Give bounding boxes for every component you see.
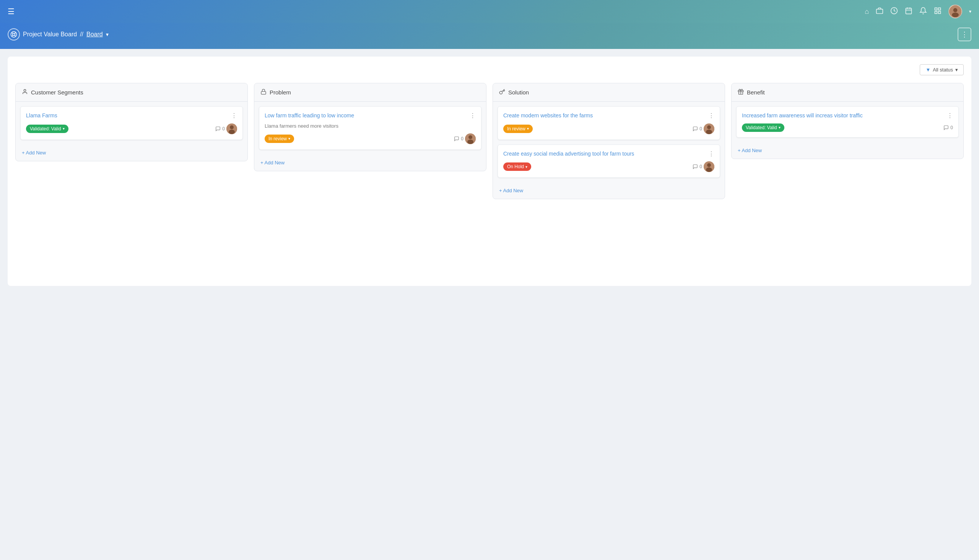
card-llama-farms-footer: Validated: Valid ▾ 0 (26, 123, 237, 134)
card-social-media-tool-header: Create easy social media advertising too… (503, 150, 714, 158)
column-title-benefit: Benefit (747, 89, 765, 95)
badge-on-hold[interactable]: On Hold ▾ (503, 162, 531, 171)
separator: // (80, 31, 83, 38)
home-icon[interactable]: ⌂ (865, 8, 869, 16)
badge-text: In review (269, 136, 287, 142)
project-title: Project Value Board (23, 31, 77, 38)
card-social-media-tool-footer: On Hold ▾ 0 (503, 161, 714, 172)
svg-point-12 (952, 13, 959, 17)
header-more-menu[interactable]: ⋮ (957, 28, 971, 41)
card-modern-websites-header: Create modern websites for the farms ⋮ (503, 112, 714, 120)
card-modern-websites-avatar (704, 123, 714, 134)
comment-icon (215, 126, 221, 132)
column-problem: Problem Low farm traffic leading to low … (254, 83, 487, 171)
briefcase-icon[interactable] (876, 7, 883, 17)
bell-icon[interactable] (919, 7, 927, 17)
svg-point-32 (706, 167, 712, 172)
badge-text: In review (507, 126, 525, 132)
card-llama-farms-menu[interactable]: ⋮ (228, 112, 237, 119)
card-modern-websites-meta: 0 (692, 123, 714, 134)
main-content: ▼ All status ▾ Customer Segments (0, 49, 979, 560)
badge-validated-valid-benefit[interactable]: Validated: Valid ▾ (742, 123, 784, 132)
filter-caret: ▾ (955, 67, 958, 73)
svg-rect-2 (906, 8, 912, 14)
grid-icon[interactable] (934, 7, 942, 17)
svg-rect-7 (939, 8, 941, 10)
breadcrumb: Project Value Board // Board ▾ (8, 28, 108, 40)
lock-icon (260, 89, 267, 96)
card-increased-awareness-meta: 0 (944, 125, 953, 130)
person-icon (22, 89, 28, 96)
card-low-farm-traffic-subtitle: Llama farmers need more visitors (265, 123, 476, 130)
card-low-farm-traffic: Low farm traffic leading to low income ⋮… (259, 106, 482, 150)
comment-icon (454, 136, 459, 142)
card-llama-farms-avatar (227, 123, 237, 134)
column-header-customer-segments: Customer Segments (16, 83, 247, 102)
card-increased-awareness: Increased farm awareness will increas vi… (736, 106, 959, 138)
filter-button[interactable]: ▼ All status ▾ (920, 64, 964, 75)
badge-text: Validated: Valid (30, 126, 61, 132)
column-solution: Solution Create modern websites for the … (492, 83, 725, 199)
filter-icon: ▼ (926, 67, 931, 73)
badge-caret: ▾ (289, 137, 290, 141)
badge-validated-valid[interactable]: Validated: Valid ▾ (26, 125, 68, 133)
badge-in-review-problem[interactable]: In review ▾ (265, 135, 294, 143)
comment-count: 0 (950, 125, 953, 130)
board-caret[interactable]: ▾ (106, 31, 108, 37)
card-low-farm-traffic-title[interactable]: Low farm traffic leading to low income (265, 112, 467, 120)
comment-count: 0 (699, 164, 702, 169)
svg-line-15 (12, 32, 13, 33)
svg-line-17 (15, 32, 16, 33)
badge-caret: ▾ (525, 165, 527, 169)
column-title-customer-segments: Customer Segments (31, 89, 83, 95)
key-icon (499, 89, 505, 96)
card-social-media-tool-avatar (704, 161, 714, 172)
avatar[interactable] (948, 5, 962, 18)
svg-point-22 (228, 130, 235, 134)
add-new-problem[interactable]: + Add New (254, 155, 486, 171)
subheader: Project Value Board // Board ▾ ⋮ (0, 23, 979, 49)
card-modern-websites-footer: In review ▾ 0 (503, 123, 714, 134)
card-modern-websites-menu[interactable]: ⋮ (705, 112, 714, 119)
card-llama-farms-title[interactable]: Llama Farms (26, 112, 228, 120)
card-low-farm-traffic-avatar (465, 133, 476, 144)
card-social-media-tool-menu[interactable]: ⋮ (705, 150, 714, 157)
comment-count: 0 (699, 126, 702, 132)
avatar-caret[interactable]: ▾ (969, 9, 971, 14)
card-increased-awareness-footer: Validated: Valid ▾ 0 (742, 123, 953, 132)
board-link[interactable]: Board (87, 31, 103, 38)
svg-point-19 (24, 90, 26, 92)
column-header-benefit: Benefit (732, 83, 963, 102)
card-llama-farms-header: Llama Farms ⋮ (26, 112, 237, 120)
filter-bar: ▼ All status ▾ (15, 64, 964, 75)
badge-text: On Hold (507, 164, 524, 169)
comment-icon (692, 164, 698, 169)
column-customer-segments: Customer Segments Llama Farms ⋮ Validate… (15, 83, 248, 161)
hamburger-icon[interactable]: ☰ (8, 7, 15, 16)
add-new-customer-segments[interactable]: + Add New (16, 145, 247, 161)
comment-count: 0 (461, 136, 464, 142)
calendar-icon[interactable] (905, 7, 912, 17)
svg-point-26 (467, 140, 474, 144)
clock-icon[interactable] (890, 7, 898, 17)
gift-icon (738, 89, 744, 96)
svg-point-14 (13, 33, 15, 35)
header-right: ⌂ (865, 5, 971, 18)
card-low-farm-traffic-meta: 0 (454, 133, 476, 144)
badge-caret: ▾ (63, 127, 65, 131)
logo-icon (8, 28, 20, 40)
svg-rect-6 (935, 8, 937, 10)
badge-text: Validated: Valid (746, 125, 777, 130)
card-llama-farms: Llama Farms ⋮ Validated: Valid ▾ 0 (20, 106, 243, 140)
card-increased-awareness-menu[interactable]: ⋮ (944, 112, 953, 119)
add-new-solution[interactable]: + Add New (493, 182, 725, 199)
svg-rect-0 (877, 9, 883, 13)
add-new-benefit[interactable]: + Add New (732, 142, 963, 158)
column-header-problem: Problem (254, 83, 486, 102)
svg-line-18 (12, 35, 13, 36)
card-increased-awareness-title[interactable]: Increased farm awareness will increas vi… (742, 112, 944, 120)
card-social-media-tool-title[interactable]: Create easy social media advertising too… (503, 150, 705, 158)
badge-in-review-solution1[interactable]: In review ▾ (503, 125, 533, 133)
card-modern-websites-title[interactable]: Create modern websites for the farms (503, 112, 705, 120)
card-low-farm-traffic-menu[interactable]: ⋮ (467, 112, 476, 119)
